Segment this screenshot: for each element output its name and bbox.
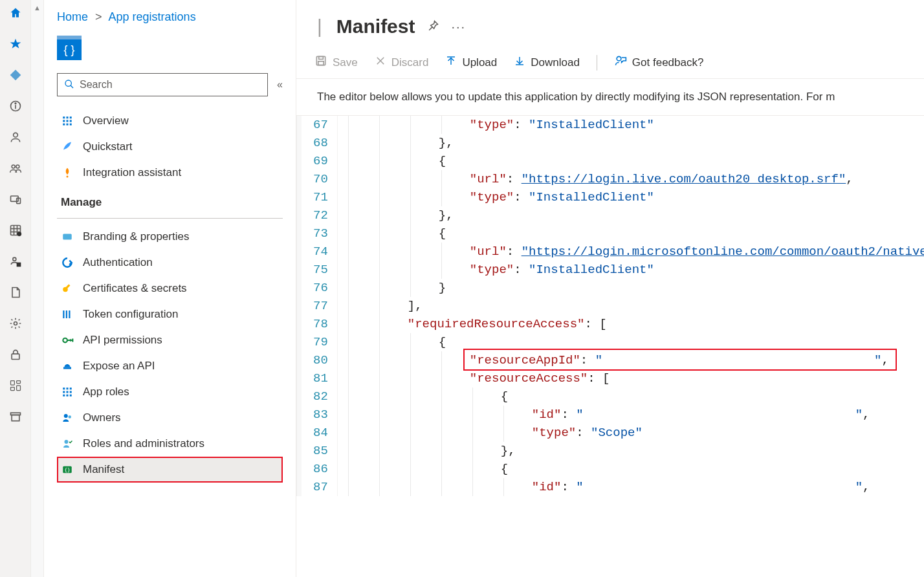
svg-rect-26 — [63, 116, 65, 118]
grid-icon[interactable] — [8, 223, 23, 238]
person-icon[interactable] — [8, 129, 23, 145]
nav-item-integration-assistant[interactable]: Integration assistant — [57, 160, 283, 186]
person-box-icon[interactable] — [8, 254, 23, 269]
editor-description: The editor below allows you to update th… — [296, 79, 924, 115]
archive-icon[interactable] — [8, 409, 23, 424]
editor-code[interactable]: "type": "InstalledClient"},{"url": "http… — [338, 116, 924, 496]
app-roles-icon — [61, 386, 74, 398]
more-icon[interactable]: ··· — [451, 19, 466, 34]
scroll-up-icon[interactable]: ▲ — [34, 4, 41, 12]
svg-rect-28 — [70, 116, 72, 118]
document-icon[interactable] — [8, 285, 23, 300]
upload-button[interactable]: Upload — [445, 55, 497, 70]
nav-item-api-permissions[interactable]: API permissions — [57, 327, 283, 353]
svg-rect-36 — [63, 234, 72, 240]
svg-rect-52 — [70, 391, 72, 393]
collapse-panel-icon[interactable]: « — [277, 79, 283, 91]
save-label: Save — [333, 56, 358, 69]
svg-point-4 — [12, 165, 15, 168]
code-line[interactable]: { — [346, 333, 924, 351]
search-input-wrapper[interactable] — [57, 73, 268, 96]
lock-icon[interactable] — [8, 347, 23, 362]
code-line[interactable]: "type": "InstalledClient" — [346, 188, 924, 206]
svg-rect-30 — [67, 120, 69, 122]
section-header-manage: Manage — [57, 186, 283, 214]
section-divider — [57, 218, 283, 219]
svg-rect-34 — [70, 124, 72, 125]
svg-rect-39 — [63, 310, 64, 318]
certificates-secrets-icon — [61, 282, 74, 295]
feedback-icon — [614, 54, 627, 71]
code-line[interactable]: "id": "", — [346, 406, 924, 424]
pin-icon[interactable] — [426, 19, 439, 34]
nav-item-overview[interactable]: Overview — [57, 108, 283, 134]
code-line[interactable]: { — [346, 152, 924, 170]
code-line[interactable]: "url": "https://login.microsoftonline.co… — [346, 243, 924, 261]
json-editor[interactable]: 6768697071727374757677787980818283848586… — [296, 115, 924, 496]
svg-rect-41 — [69, 310, 70, 318]
code-line[interactable]: "requiredResourceAccess": [ — [346, 315, 924, 333]
info-icon[interactable] — [8, 98, 23, 114]
scroll-column: ▲ — [31, 0, 44, 577]
nav-item-owners[interactable]: Owners — [57, 405, 283, 431]
nav-item-label: Authentication — [83, 256, 153, 269]
nav-item-label: Owners — [83, 411, 121, 424]
home-icon[interactable] — [8, 5, 23, 21]
star-icon[interactable] — [8, 36, 23, 52]
nav-item-label: Roles and administrators — [83, 437, 204, 450]
code-line[interactable]: "type": "Scope" — [346, 424, 924, 442]
feedback-button[interactable]: Got feedback? — [614, 54, 704, 71]
nav-item-authentication[interactable]: Authentication — [57, 250, 283, 276]
breadcrumb-separator: > — [95, 10, 102, 23]
code-line[interactable]: "type": "InstalledClient" — [346, 116, 924, 134]
gear-icon[interactable] — [8, 316, 23, 331]
nav-item-expose-an-api[interactable]: Expose an API — [57, 353, 283, 379]
code-line[interactable]: { — [346, 460, 924, 478]
code-line[interactable]: }, — [346, 134, 924, 152]
people-icon[interactable] — [8, 160, 23, 176]
code-line[interactable]: }, — [346, 206, 924, 224]
code-line[interactable]: { — [346, 224, 924, 243]
nav-item-label: App roles — [83, 386, 129, 398]
nav-item-branding-properties[interactable]: Branding & properties — [57, 224, 283, 250]
code-line[interactable]: }, — [346, 442, 924, 460]
code-line[interactable]: { — [346, 387, 924, 406]
devices-icon[interactable] — [8, 191, 23, 207]
code-line[interactable]: "resourceAppId": "", — [346, 351, 924, 369]
svg-rect-15 — [16, 263, 21, 267]
editor-minimap — [296, 116, 302, 496]
svg-point-16 — [14, 322, 17, 325]
svg-point-3 — [13, 133, 17, 137]
code-line[interactable]: "type": "InstalledClient" — [346, 261, 924, 279]
nav-item-label: Branding & properties — [83, 230, 189, 243]
code-line[interactable]: } — [346, 279, 924, 297]
save-button[interactable]: Save — [314, 54, 358, 71]
nav-item-certificates-secrets[interactable]: Certificates & secrets — [57, 276, 283, 301]
discard-button[interactable]: Discard — [375, 55, 429, 70]
svg-point-56 — [64, 414, 68, 418]
nav-item-label: Manifest — [83, 463, 124, 476]
search-input[interactable] — [80, 79, 261, 91]
nav-item-label: Integration assistant — [83, 166, 181, 179]
download-button[interactable]: Download — [514, 55, 580, 70]
search-icon — [64, 79, 74, 91]
svg-rect-55 — [70, 395, 72, 397]
diamond-icon[interactable] — [8, 67, 23, 83]
nav-item-label: Certificates & secrets — [83, 282, 187, 295]
code-line[interactable]: "id": "", — [346, 478, 924, 496]
nav-item-manifest[interactable]: {}Manifest — [57, 457, 283, 483]
dashboard-icon[interactable] — [8, 378, 23, 393]
nav-item-roles-and-administrators[interactable]: Roles and administrators — [57, 431, 283, 457]
nav-item-token-configuration[interactable]: Token configuration — [57, 301, 283, 327]
svg-rect-18 — [10, 381, 14, 386]
code-line[interactable]: "resourceAccess": [ — [346, 369, 924, 387]
nav-item-quickstart[interactable]: Quickstart — [57, 134, 283, 160]
quickstart-icon — [61, 140, 74, 153]
breadcrumb-home[interactable]: Home — [57, 10, 88, 23]
svg-rect-32 — [63, 124, 65, 125]
code-line[interactable]: ], — [346, 297, 924, 315]
code-line[interactable]: "url": "https://login.live.com/oauth20_d… — [346, 170, 924, 188]
nav-item-app-roles[interactable]: App roles — [57, 379, 283, 405]
breadcrumb-current[interactable]: App registrations — [109, 10, 196, 23]
owners-icon — [61, 411, 74, 424]
